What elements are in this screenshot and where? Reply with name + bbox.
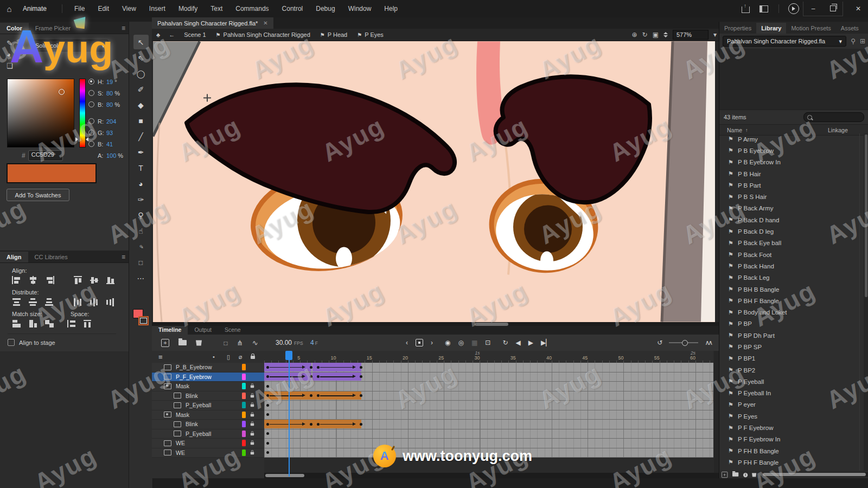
- insert-frame-icon[interactable]: ⊡: [485, 339, 490, 346]
- breadcrumb-scene[interactable]: Scene 1: [184, 31, 206, 38]
- color-row-s[interactable]: S:80%: [88, 87, 127, 99]
- breadcrumb-symbol-1[interactable]: ⚑Pahlvan Singh Character Rigged: [216, 31, 310, 38]
- edit-multiple-frames-icon[interactable]: ▦: [471, 339, 477, 346]
- timeline-tab-output[interactable]: Output: [188, 326, 218, 335]
- color-row-g[interactable]: G:93: [88, 127, 127, 138]
- menu-modify[interactable]: Modify: [172, 5, 204, 12]
- library-item[interactable]: ⚑P Back D hand: [719, 214, 864, 226]
- frame-row-mask[interactable]: [264, 382, 713, 391]
- library-item[interactable]: ⚑P FH B Bangle: [719, 445, 864, 457]
- layer-outline-color[interactable]: [242, 383, 246, 389]
- tab-color[interactable]: Color: [0, 23, 29, 34]
- rectangle-tool[interactable]: ■: [133, 113, 149, 128]
- space-evenly-horizontally-button[interactable]: [82, 319, 94, 328]
- frame-row-blink[interactable]: [264, 391, 713, 401]
- menu-debug[interactable]: Debug: [309, 5, 341, 12]
- hide-column-icon[interactable]: ⌀: [239, 354, 242, 361]
- menu-control[interactable]: Control: [276, 5, 310, 12]
- layer-row-blink[interactable]: Blink: [152, 391, 264, 401]
- menu-commands[interactable]: Commands: [229, 5, 275, 12]
- new-symbol-button[interactable]: +: [722, 471, 727, 477]
- frame-row-we[interactable]: [264, 439, 713, 448]
- add-to-swatches-button[interactable]: Add To Swatches: [7, 189, 69, 201]
- layer-outline-color[interactable]: [242, 364, 246, 370]
- current-frame-icon[interactable]: [416, 339, 423, 346]
- saturation-brightness-picker[interactable]: [7, 79, 74, 147]
- library-item[interactable]: ⚑P eyer: [719, 399, 864, 410]
- menu-file[interactable]: File: [68, 5, 91, 12]
- lock-icon[interactable]: [251, 383, 254, 389]
- color-radio[interactable]: [88, 101, 94, 107]
- align-vertical-center-button[interactable]: [90, 276, 101, 285]
- tab-cc-libraries[interactable]: CC Libraries: [28, 252, 74, 262]
- tab-library[interactable]: Library: [756, 23, 786, 34]
- reset-timeline-zoom-icon[interactable]: ↺: [657, 339, 662, 346]
- brush-tool[interactable]: ✐: [133, 82, 149, 97]
- loop-icon[interactable]: ↻: [502, 339, 508, 346]
- library-vertical-scrollbar[interactable]: [864, 133, 868, 471]
- frames-area[interactable]: 510152025303540455055601s2s: [264, 351, 719, 478]
- test-movie-icon[interactable]: [784, 3, 803, 14]
- tab-align[interactable]: Align: [0, 252, 28, 262]
- timeline-zoom-slider[interactable]: [669, 342, 698, 343]
- layer-outline-color[interactable]: [242, 402, 246, 408]
- delete-layer-button[interactable]: [196, 338, 202, 348]
- timeline-tab-scene[interactable]: Scene: [218, 326, 247, 335]
- step-back-icon[interactable]: ◀: [515, 339, 520, 346]
- library-item[interactable]: ⚑P BH B Bangle: [719, 284, 864, 295]
- color-radio[interactable]: [88, 90, 94, 96]
- menu-window[interactable]: Window: [342, 5, 378, 12]
- onion-skin-icon[interactable]: ◉: [445, 339, 450, 346]
- lasso-tool[interactable]: ◯: [133, 66, 149, 81]
- new-folder-button[interactable]: [178, 338, 187, 347]
- library-item[interactable]: ⚑P Back Leg: [719, 272, 864, 284]
- delete-item-button[interactable]: [752, 471, 756, 478]
- lock-icon[interactable]: [251, 440, 254, 446]
- graph-editor-icon[interactable]: ∿: [252, 339, 258, 347]
- paint-bucket-tool[interactable]: ◕: [133, 176, 149, 191]
- selection-tool[interactable]: ↖: [133, 35, 149, 49]
- home-icon[interactable]: ⌂: [0, 4, 18, 14]
- new-library-panel-icon[interactable]: ⊞: [860, 37, 865, 45]
- text-tool[interactable]: T: [133, 160, 149, 175]
- hue-marker-left[interactable]: [75, 137, 78, 142]
- fill-style-select[interactable]: Solid color▾: [31, 40, 108, 52]
- match-width-and-height-button[interactable]: [44, 319, 56, 328]
- menu-text[interactable]: Text: [204, 5, 229, 12]
- fill-color-swatch[interactable]: [138, 316, 149, 325]
- color-row-h[interactable]: H:19°: [88, 76, 127, 87]
- library-item[interactable]: ⚑P BP Dh Part: [719, 330, 864, 341]
- timeline-horizontal-scrollbar[interactable]: [264, 473, 719, 478]
- swap-colors-icon[interactable]: ❏: [7, 62, 28, 73]
- color-radio[interactable]: [88, 118, 94, 124]
- new-folder-button[interactable]: [732, 471, 738, 478]
- library-item[interactable]: ⚑P Back Eye ball: [719, 237, 864, 249]
- hex-input[interactable]: CC5D29: [28, 150, 63, 161]
- step-forward-icon[interactable]: ▶▏: [541, 339, 551, 346]
- lock-icon[interactable]: [251, 431, 254, 436]
- lock-icon[interactable]: [251, 412, 254, 418]
- tab-motion-presets[interactable]: Motion Presets: [786, 23, 835, 34]
- eyedropper-tool[interactable]: ✑: [133, 192, 149, 207]
- tab-frame-picker[interactable]: Frame Picker: [29, 23, 77, 34]
- layer-row-blink[interactable]: Blink: [152, 420, 264, 429]
- align-left-edge-button[interactable]: [12, 276, 23, 285]
- hue-slider[interactable]: [79, 79, 86, 147]
- fit-timeline-icon[interactable]: ∧∧: [705, 339, 711, 346]
- align-right-edge-button[interactable]: [44, 276, 56, 285]
- workspace-icon[interactable]: [755, 5, 773, 12]
- restore-button[interactable]: [823, 2, 843, 16]
- layer-row-p_eyeball[interactable]: P_Eyeball: [152, 401, 264, 410]
- layer-row-mask[interactable]: Mask: [152, 410, 264, 420]
- library-item[interactable]: ⚑P BP SP: [719, 341, 864, 352]
- minimize-button[interactable]: –: [803, 2, 823, 16]
- layer-row-we[interactable]: WE: [152, 439, 264, 448]
- library-item[interactable]: ⚑P Body and Loket: [719, 306, 864, 318]
- playhead-handle[interactable]: [285, 351, 292, 360]
- layer-row-p_f_eyebrow[interactable]: P_F_Eyebrow: [152, 373, 264, 382]
- library-item[interactable]: ⚑P B Eyebrow: [719, 145, 864, 156]
- lock-icon[interactable]: [251, 450, 254, 455]
- outline-column-icon[interactable]: ▯: [227, 354, 230, 361]
- layer-row-we[interactable]: WE: [152, 448, 264, 458]
- eraser-tool[interactable]: ◆: [133, 98, 149, 112]
